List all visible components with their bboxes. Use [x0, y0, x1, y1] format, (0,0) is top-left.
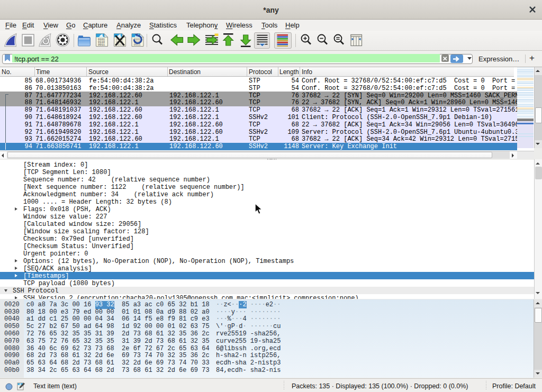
svg-text:0011: 0011	[98, 43, 105, 47]
